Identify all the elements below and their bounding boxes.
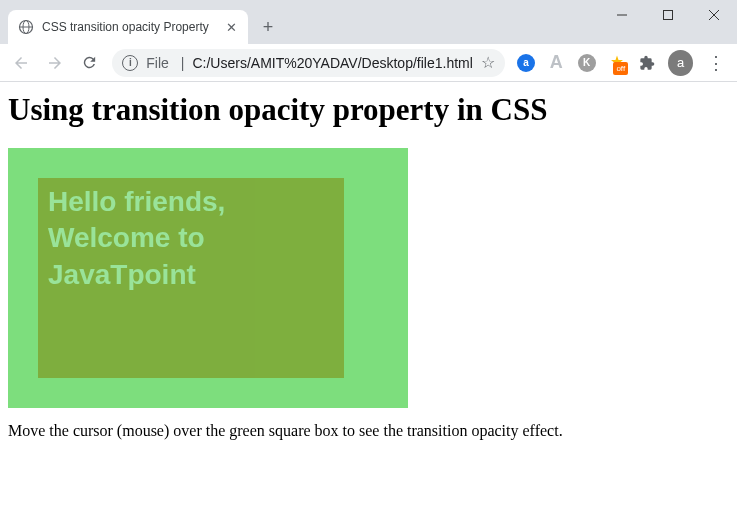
extensions-menu-icon[interactable] [634,49,660,77]
minimize-button[interactable] [599,0,645,30]
extension-c-icon[interactable]: K [573,49,599,77]
outer-green-box[interactable]: Hello friends, Welcome to JavaTpoint [8,148,408,408]
forward-button[interactable] [40,47,70,79]
address-bar[interactable]: i File | C:/Users/AMIT%20YADAV/Desktop/f… [112,49,505,77]
extension-a-icon[interactable]: a [513,49,539,77]
inner-olive-box: Hello friends, Welcome to JavaTpoint [38,178,344,378]
extension-d-icon[interactable]: off [604,49,630,77]
browser-toolbar: i File | C:/Users/AMIT%20YADAV/Desktop/f… [0,44,737,82]
url-scheme: File [146,55,169,71]
avatar-letter: a [677,55,684,70]
extension-b-icon[interactable]: A [543,49,569,77]
browser-menu-icon[interactable]: ⋮ [701,47,731,79]
profile-avatar[interactable]: a [668,50,692,76]
maximize-button[interactable] [645,0,691,30]
globe-icon [18,19,34,35]
text-line-3: JavaTpoint [48,257,334,293]
info-icon[interactable]: i [122,55,138,71]
window-titlebar: CSS transition opacity Property ✕ + [0,0,737,44]
instruction-text: Move the cursor (mouse) over the green s… [8,422,729,440]
url-text: C:/Users/AMIT%20YADAV/Desktop/file1.html [192,55,472,71]
svg-rect-4 [664,11,673,20]
text-line-1: Hello friends, [48,184,334,220]
url-separator: | [181,55,185,71]
text-line-2: Welcome to [48,220,334,256]
window-controls [599,0,737,30]
page-content: Using transition opacity property in CSS… [0,82,737,450]
tab-title: CSS transition opacity Property [42,20,216,34]
extension-off-badge: off [613,62,628,75]
back-button[interactable] [6,47,36,79]
bookmark-star-icon[interactable]: ☆ [481,53,495,72]
browser-tab[interactable]: CSS transition opacity Property ✕ [8,10,248,44]
close-window-button[interactable] [691,0,737,30]
reload-button[interactable] [74,47,104,79]
tab-strip: CSS transition opacity Property ✕ + [0,0,282,44]
new-tab-button[interactable]: + [254,13,282,41]
page-heading: Using transition opacity property in CSS [8,92,729,128]
close-tab-icon[interactable]: ✕ [224,20,238,34]
